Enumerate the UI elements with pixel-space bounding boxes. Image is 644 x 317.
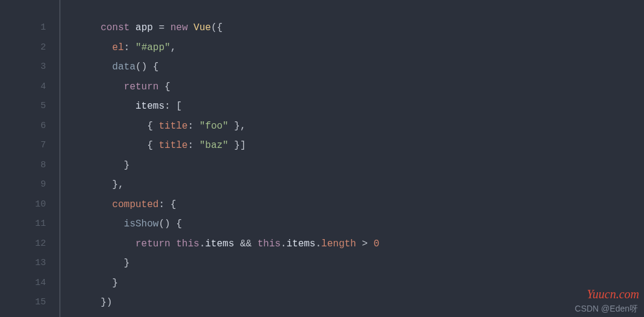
line-number: 15	[0, 293, 59, 313]
line-number: 14	[0, 274, 59, 293]
code-content[interactable]: const app = new Vue({ el: "#app", data()…	[60, 0, 644, 317]
line-number: 6	[0, 117, 59, 136]
attribution-text: CSDN @Eden呀	[575, 304, 638, 315]
code-line: }	[77, 274, 644, 293]
line-number: 4	[0, 77, 59, 97]
watermark-text: Yuucn.com	[587, 287, 639, 301]
code-line: },	[77, 175, 644, 195]
line-number: 2	[0, 38, 59, 58]
code-line: items: [	[77, 97, 644, 117]
line-number: 8	[0, 156, 59, 176]
line-number: 9	[0, 175, 59, 195]
code-line: data() {	[77, 57, 644, 77]
line-number: 10	[0, 195, 59, 215]
code-line: const app = new Vue({	[77, 18, 644, 38]
line-number: 13	[0, 254, 59, 274]
code-line: { title: "baz" }]	[77, 136, 644, 156]
line-number: 12	[0, 234, 59, 254]
code-line: { title: "foo" },	[77, 117, 644, 136]
line-number-gutter: 123456789101112131415	[0, 0, 60, 317]
code-line: isShow() {	[77, 214, 644, 234]
line-number: 11	[0, 214, 59, 234]
line-number: 3	[0, 57, 59, 77]
code-line: return this.items && this.items.length >…	[77, 234, 644, 254]
code-line: }	[77, 254, 644, 274]
code-line: computed: {	[77, 195, 644, 215]
code-line: return {	[77, 77, 644, 97]
line-number: 5	[0, 97, 59, 117]
line-number: 1	[0, 18, 59, 38]
line-number: 7	[0, 136, 59, 156]
code-editor: 123456789101112131415 const app = new Vu…	[0, 0, 644, 317]
code-line: }	[77, 156, 644, 176]
code-line: el: "#app",	[77, 38, 644, 58]
code-line: })	[77, 293, 644, 313]
